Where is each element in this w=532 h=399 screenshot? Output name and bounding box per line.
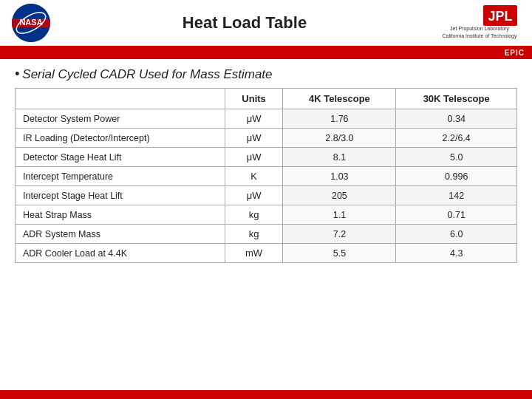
col-header-units: Units <box>225 89 283 109</box>
row-4k-value: 1.1 <box>283 205 396 225</box>
row-4k-value: 7.2 <box>283 225 396 244</box>
table-row: Heat Strap Masskg1.10.71 <box>16 205 517 225</box>
row-30k-value: 0.34 <box>396 109 517 129</box>
row-units-cell: μW <box>225 129 283 148</box>
row-units-cell: μW <box>225 186 283 205</box>
svg-text:JPL: JPL <box>488 9 512 24</box>
row-units-cell: μW <box>225 148 283 167</box>
row-label-cell: Intercept Temperature <box>16 167 225 186</box>
row-30k-value: 142 <box>396 186 517 205</box>
row-30k-value: 6.0 <box>396 225 517 244</box>
row-4k-value: 2.8/3.0 <box>283 129 396 148</box>
col-header-30k: 30K Telescope <box>396 89 517 109</box>
subtitle: •Serial Cycled CADR Used for Mass Estima… <box>15 67 273 81</box>
nasa-logo: NASA <box>12 4 50 42</box>
header: NASA Heat Load Table JPL Jet Propulsion … <box>0 0 532 46</box>
row-30k-value: 0.996 <box>396 167 517 186</box>
table-row: IR Loading (Detector/Intercept)μW2.8/3.0… <box>16 129 517 148</box>
svg-text:California Institute of Techno: California Institute of Technology <box>442 33 517 39</box>
row-label-cell: Detector System Power <box>16 109 225 129</box>
epic-label: EPIC <box>505 49 525 57</box>
subtitle-bullet: • <box>15 66 19 81</box>
bottom-red-bar <box>0 390 532 399</box>
page-title: Heat Load Table <box>50 13 439 33</box>
table-row: Intercept TemperatureK1.030.996 <box>16 167 517 186</box>
table-row: Detector Stage Heat LiftμW8.15.0 <box>16 148 517 167</box>
row-4k-value: 1.76 <box>283 109 396 129</box>
row-30k-value: 2.2/6.4 <box>396 129 517 148</box>
table-row: Intercept Stage Heat LiftμW205142 <box>16 186 517 205</box>
heat-load-table: Units 4K Telescope 30K Telescope Detecto… <box>15 88 517 263</box>
row-units-cell: mW <box>225 244 283 263</box>
col-header-label <box>16 89 225 109</box>
subtitle-row: •Serial Cycled CADR Used for Mass Estima… <box>0 59 532 88</box>
table-row: Detector System PowerμW1.760.34 <box>16 109 517 129</box>
row-label-cell: Heat Strap Mass <box>16 205 225 225</box>
row-4k-value: 1.03 <box>283 167 396 186</box>
row-30k-value: 0.71 <box>396 205 517 225</box>
col-header-4k: 4K Telescope <box>283 89 396 109</box>
table-row: ADR System Masskg7.26.0 <box>16 225 517 244</box>
table-header-row: Units 4K Telescope 30K Telescope <box>16 89 517 109</box>
row-label-cell: Intercept Stage Heat Lift <box>16 186 225 205</box>
jpl-logo: JPL Jet Propulsion Laboratory California… <box>439 4 520 42</box>
row-30k-value: 4.3 <box>396 244 517 263</box>
row-30k-value: 5.0 <box>396 148 517 167</box>
row-label-cell: IR Loading (Detector/Intercept) <box>16 129 225 148</box>
row-4k-value: 8.1 <box>283 148 396 167</box>
table-row: ADR Cooler Load at 4.4KmW5.54.3 <box>16 244 517 263</box>
svg-text:Jet Propulsion Laboratory: Jet Propulsion Laboratory <box>450 26 509 32</box>
row-4k-value: 5.5 <box>283 244 396 263</box>
table-container: Units 4K Telescope 30K Telescope Detecto… <box>0 88 532 390</box>
row-4k-value: 205 <box>283 186 396 205</box>
row-units-cell: μW <box>225 109 283 129</box>
row-label-cell: Detector Stage Heat Lift <box>16 148 225 167</box>
row-label-cell: ADR Cooler Load at 4.4K <box>16 244 225 263</box>
row-label-cell: ADR System Mass <box>16 225 225 244</box>
row-units-cell: kg <box>225 205 283 225</box>
page-container: NASA Heat Load Table JPL Jet Propulsion … <box>0 0 532 399</box>
epic-bar: EPIC <box>0 46 532 59</box>
row-units-cell: kg <box>225 225 283 244</box>
row-units-cell: K <box>225 167 283 186</box>
